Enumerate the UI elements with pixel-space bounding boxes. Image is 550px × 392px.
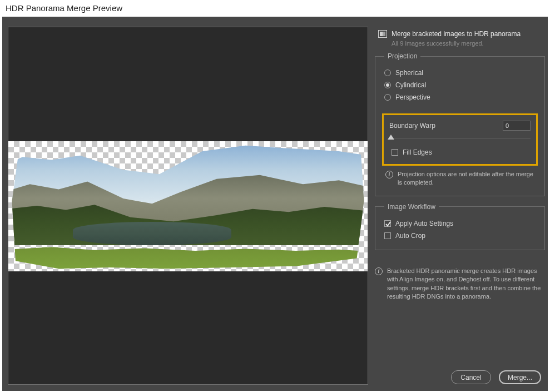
checkbox-icon	[384, 220, 391, 227]
merge-status: All 9 images successfully merged.	[375, 38, 545, 52]
radio-icon	[384, 70, 391, 76]
apply-auto-settings-checkbox[interactable]: Apply Auto Settings	[382, 217, 538, 230]
footnote-text: Bracketed HDR panoramic merge creates HD…	[387, 267, 545, 301]
cancel-button[interactable]: Cancel	[451, 370, 491, 384]
merge-button[interactable]: Merge...	[499, 370, 541, 384]
projection-legend: Projection	[384, 52, 420, 60]
projection-spherical[interactable]: Spherical	[382, 67, 538, 79]
checkbox-label: Apply Auto Settings	[395, 220, 453, 227]
checkbox-icon	[384, 232, 391, 239]
projection-info-text: Projection options are not editable afte…	[398, 170, 534, 187]
radio-label: Perspective	[395, 93, 430, 101]
fill-edges-checkbox[interactable]: Fill Edges	[389, 146, 531, 158]
info-icon: i	[385, 171, 393, 178]
checkbox-label: Fill Edges	[403, 148, 432, 156]
dialog-body: Merge bracketed images to HDR panorama A…	[2, 17, 548, 391]
boundary-warp-label: Boundary Warp	[389, 122, 435, 130]
slider-thumb-icon	[388, 135, 394, 140]
radio-label: Cylindrical	[395, 81, 426, 89]
boundary-warp-input[interactable]	[503, 121, 531, 131]
checkbox-icon	[392, 149, 398, 156]
projection-cylindrical[interactable]: Cylindrical	[382, 79, 538, 91]
radio-label: Spherical	[395, 69, 423, 77]
preview-pane	[8, 27, 368, 385]
radio-icon	[384, 94, 391, 101]
merge-icon	[378, 30, 387, 38]
merge-footnote: i Bracketed HDR panoramic merge creates …	[375, 267, 545, 301]
merge-header: Merge bracketed images to HDR panorama	[375, 27, 545, 38]
info-icon: i	[375, 267, 383, 275]
auto-crop-checkbox[interactable]: Auto Crop	[382, 230, 538, 242]
radio-icon	[384, 82, 391, 88]
boundary-warp-slider[interactable]	[389, 133, 531, 142]
workflow-legend: Image Workflow	[384, 203, 439, 211]
projection-info: i Projection options are not editable af…	[382, 166, 538, 188]
merge-header-text: Merge bracketed images to HDR panorama	[392, 30, 521, 38]
projection-group: Projection Spherical Cylindrical Perspec…	[375, 52, 545, 196]
workflow-group: Image Workflow Apply Auto Settings Auto …	[375, 203, 545, 250]
boundary-warp-highlight: Boundary Warp Fill Edges	[382, 113, 538, 166]
projection-perspective[interactable]: Perspective	[382, 91, 538, 103]
window-title: HDR Panorama Merge Preview	[0, 0, 550, 16]
checkbox-label: Auto Crop	[395, 232, 425, 240]
preview-canvas	[8, 141, 368, 271]
